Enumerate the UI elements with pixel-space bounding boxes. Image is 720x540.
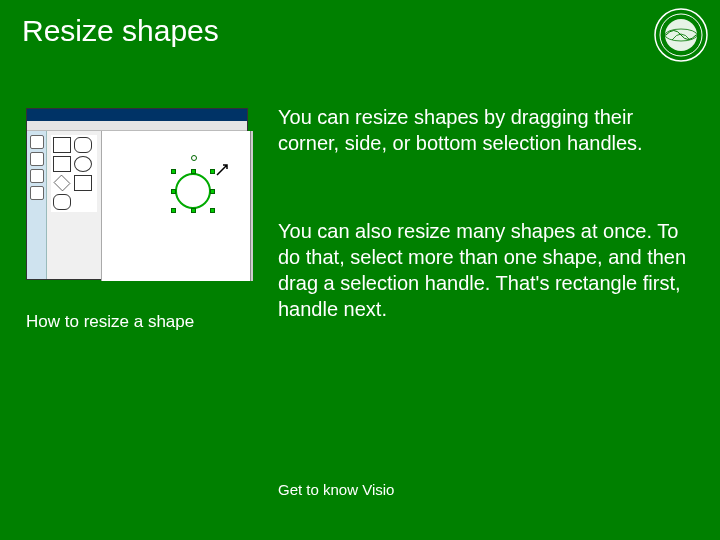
stencil-rounded-icon xyxy=(53,194,71,210)
body-paragraph-1: You can resize shapes by dragging their … xyxy=(278,104,698,156)
resize-handle-icon xyxy=(210,189,215,194)
institute-logo xyxy=(654,8,708,62)
body-paragraph-2: You can also resize many shapes at once.… xyxy=(278,218,698,322)
resize-handle-icon xyxy=(191,208,196,213)
stencil-diamond-icon xyxy=(54,175,71,192)
drawing-page xyxy=(101,131,251,281)
resize-handle-icon xyxy=(210,208,215,213)
stencil-rect-icon xyxy=(53,137,71,153)
tool-icon xyxy=(30,169,44,183)
selected-circle-shape xyxy=(175,173,211,209)
stencil-rect-icon xyxy=(53,156,71,172)
thumbnail-caption: How to resize a shape xyxy=(26,312,194,332)
stencil-rect-icon xyxy=(74,175,92,191)
tool-icon xyxy=(30,135,44,149)
task-pane xyxy=(27,131,47,279)
resize-handle-icon xyxy=(171,169,176,174)
drag-arrow-icon xyxy=(215,163,229,177)
resize-handle-icon xyxy=(171,189,176,194)
resize-handle-icon xyxy=(191,169,196,174)
shapes-stencil xyxy=(51,135,97,212)
tool-icon xyxy=(30,186,44,200)
footer-text: Get to know Visio xyxy=(278,481,394,498)
stencil-rounded-icon xyxy=(74,137,92,153)
stencil-circle-icon xyxy=(74,156,92,172)
drawing-canvas xyxy=(47,131,247,279)
app-menubar xyxy=(27,121,247,131)
slide-title: Resize shapes xyxy=(22,14,219,48)
tool-icon xyxy=(30,152,44,166)
app-titlebar xyxy=(27,109,247,121)
resize-handle-icon xyxy=(171,208,176,213)
screenshot-thumbnail xyxy=(26,108,248,280)
rotation-handle-icon xyxy=(191,155,197,161)
